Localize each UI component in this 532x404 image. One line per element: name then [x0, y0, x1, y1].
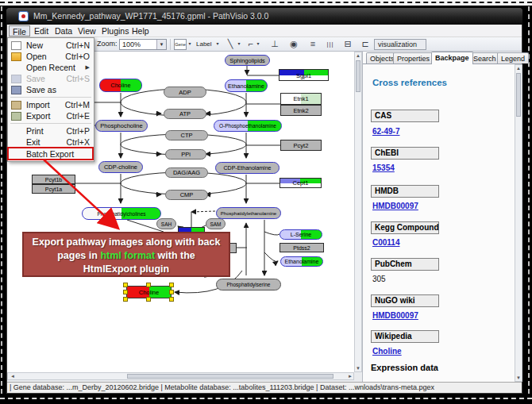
file-menu-item-open[interactable]: OpenCtrl+O: [8, 51, 94, 62]
menu-plugins[interactable]: Plugins: [98, 25, 132, 37]
selection-handle[interactable]: [123, 297, 128, 302]
visualization-combobox[interactable]: visualization▼: [374, 39, 426, 50]
chevron-down-icon[interactable]: ▼: [156, 40, 166, 49]
node-phosphatidylethanolamine[interactable]: Phosphatidylethanolamine: [216, 207, 281, 219]
selection-handle[interactable]: [169, 283, 174, 287]
node-pcyt2[interactable]: Pcyt2: [280, 140, 322, 151]
file-menu-item-save[interactable]: SaveCtrl+S: [8, 73, 94, 84]
menu-file[interactable]: File: [9, 25, 30, 37]
crossref-value-pubchem: 305: [372, 275, 386, 283]
common-size-icon[interactable]: ⊟: [341, 39, 355, 50]
tab-backpage[interactable]: Backpage: [431, 52, 473, 64]
scroll-down-icon[interactable]: ▼: [355, 366, 361, 371]
panel-vertical-scrollbar[interactable]: ▲ ▼: [515, 64, 522, 382]
node-ppi[interactable]: PPi: [165, 149, 206, 160]
node-atp[interactable]: ATP: [164, 109, 206, 119]
node-dag-aag[interactable]: DAG/AAG: [165, 167, 208, 178]
scroll-left-icon[interactable]: ◄: [10, 374, 16, 379]
canvas-vertical-scrollbar[interactable]: ▲ ▼: [354, 52, 362, 372]
side-panel: Objects Properties Backpage Search Legen…: [362, 52, 522, 382]
callout-highlight: html format: [100, 250, 155, 261]
canvas-horizontal-scrollbar[interactable]: ◄ ►: [7, 372, 354, 380]
file-menu-item-print[interactable]: PrintCtrl+P: [8, 125, 94, 137]
crossref-link-cas[interactable]: 62-49-7: [372, 127, 399, 136]
node-ethanolamine[interactable]: Ethanolamine: [225, 79, 268, 92]
label-tool-button[interactable]: Label: [196, 39, 212, 50]
scrollbar-thumb[interactable]: [127, 374, 333, 379]
node-ethanolamine-2[interactable]: Ethanolamine: [280, 256, 323, 267]
title-bar: Mm_Kennedy_pathway_WP1771_45176.gpml - P…: [6, 8, 522, 25]
chevron-down-icon[interactable]: ▾: [187, 39, 193, 50]
chevron-down-icon[interactable]: ▾: [236, 39, 242, 50]
app-icon: [18, 11, 29, 21]
node-o-phosphoethanolamine[interactable]: O-Phosphoethanolamine: [214, 120, 282, 132]
node-etnk1[interactable]: Etnk1: [280, 93, 322, 105]
scroll-right-icon[interactable]: ►: [347, 374, 353, 379]
selection-handle[interactable]: [146, 283, 151, 287]
crossref-link-nugo[interactable]: HMDB00097: [372, 311, 418, 320]
file-menu-item-batch-export[interactable]: Batch Export: [8, 148, 94, 160]
node-sgpl1[interactable]: Sgpl1: [279, 69, 329, 81]
new-document-icon: [11, 41, 21, 50]
chevron-down-icon[interactable]: ▾: [214, 39, 221, 50]
crossref-link-hmdb[interactable]: HMDB00097: [372, 202, 418, 210]
node-cdp-choline[interactable]: CDP-choline: [98, 161, 143, 173]
node-phosphocholine[interactable]: Phosphocholine: [95, 120, 148, 132]
node-adp[interactable]: ADP: [164, 87, 206, 98]
frame-dash-right: [528, 6, 530, 394]
tab-properties[interactable]: Properties: [393, 52, 434, 63]
node-pcyt1a[interactable]: Pcyt1a: [32, 184, 75, 194]
node-pcyt1b[interactable]: Pcyt1b: [32, 175, 75, 184]
crossref-link-chebi[interactable]: 15354: [372, 164, 395, 172]
node-sam[interactable]: SAM: [206, 218, 226, 229]
gene-datanode-button[interactable]: Gene: [174, 39, 187, 50]
file-menu-item-export[interactable]: ExportCtrl+E: [8, 110, 94, 121]
scroll-down-icon[interactable]: ▼: [515, 375, 522, 380]
backpage-title: Cross references: [372, 78, 447, 87]
save-as-icon: [11, 86, 21, 94]
menu-view[interactable]: View: [75, 25, 99, 37]
crossref-link-wikipedia[interactable]: Choline: [372, 347, 402, 356]
file-menu-item-open-recent[interactable]: Open Recent▶: [8, 62, 94, 73]
node-cept1[interactable]: Cept1: [279, 178, 322, 188]
callout-line1: Export pathway images along with back: [24, 236, 229, 249]
node-etnk2[interactable]: Etnk2: [280, 105, 322, 116]
frame-dash-bottom: [0, 398, 532, 399]
selection-handle[interactable]: [146, 297, 151, 302]
node-l-serine[interactable]: L-Serine: [279, 229, 322, 240]
node-ctp[interactable]: CTP: [165, 130, 208, 140]
file-menu-item-exit[interactable]: ExitCtrl+X: [8, 137, 94, 148]
selection-handle[interactable]: [169, 297, 174, 302]
menu-data[interactable]: Data: [52, 25, 75, 37]
node-phosphatidylserine[interactable]: Phosphatidylserine: [216, 279, 281, 290]
node-ptdss2[interactable]: Ptdss2: [279, 243, 324, 252]
file-menu-item-import[interactable]: ImportCtrl+M: [8, 99, 94, 110]
node-choline[interactable]: Choline: [99, 79, 142, 92]
scroll-up-icon[interactable]: ▲: [515, 66, 522, 71]
menu-edit[interactable]: Edit: [31, 25, 52, 37]
crossref-link-kegg[interactable]: C00114: [372, 238, 399, 247]
node-sphingolipids[interactable]: Sphingolipids: [225, 55, 270, 66]
distribute-vertical-icon[interactable]: |||: [323, 39, 337, 50]
file-menu-item-save-as[interactable]: Save as: [8, 84, 94, 95]
scrollbar-thumb[interactable]: [516, 73, 521, 117]
tab-legend[interactable]: Legend: [497, 52, 529, 63]
align-center-icon[interactable]: ⊥: [268, 39, 282, 50]
chevron-down-icon[interactable]: ▾: [255, 39, 261, 50]
text-format-icon[interactable]: ⊏: [358, 39, 372, 50]
node-cmp[interactable]: CMP: [165, 190, 208, 200]
selection-handle[interactable]: [169, 290, 174, 294]
distribute-horizontal-icon[interactable]: ≡: [306, 39, 320, 50]
node-phosphatidylcholines[interactable]: Phosphatidylcholines: [82, 207, 161, 220]
file-menu-item-new[interactable]: NewCtrl+N: [8, 40, 94, 51]
scrollbar-thumb[interactable]: [356, 60, 360, 92]
zoom-combobox[interactable]: 100%▼: [119, 39, 167, 50]
scroll-up-icon[interactable]: ▲: [355, 53, 361, 58]
node-cdp-ethanolamine[interactable]: CDP-Ethanolamine: [215, 162, 279, 174]
selection-handle[interactable]: [123, 283, 128, 287]
node-sah[interactable]: SAH: [156, 218, 176, 229]
selection-handle[interactable]: [123, 290, 128, 294]
menu-help[interactable]: Help: [129, 25, 152, 37]
align-middle-icon[interactable]: ◉: [287, 39, 301, 50]
tab-search[interactable]: Search: [469, 52, 500, 63]
